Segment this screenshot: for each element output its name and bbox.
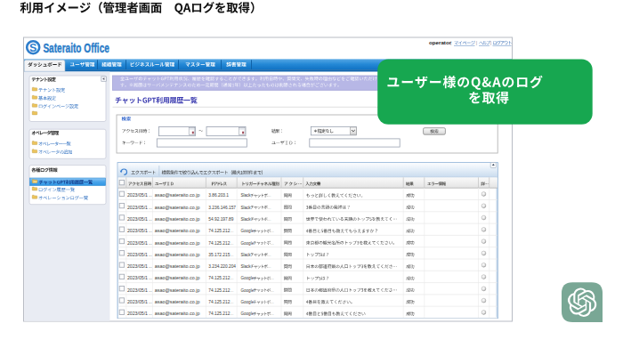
svg-text:74.125.212: 74.125.212 xyxy=(208,311,230,316)
svg-text:3.86.203.1: 3.86.203.1 xyxy=(208,193,229,198)
svg-text:74.125.212: 74.125.212 xyxy=(208,276,230,280)
svg-text:...: ... xyxy=(231,300,234,304)
svg-text:Slack: Slack xyxy=(240,264,251,269)
svg-text:74.125.212: 74.125.212 xyxy=(208,229,230,233)
svg-text:S: S xyxy=(29,42,36,54)
svg-text:Slack: Slack xyxy=(240,217,251,222)
svg-text:operator: operator xyxy=(429,39,452,45)
svg-text:|: | xyxy=(476,40,477,45)
svg-text:...: ... xyxy=(271,276,274,280)
svg-text:...: ... xyxy=(231,288,234,293)
svg-text:2023/05/1: 2023/05/1 xyxy=(127,241,148,246)
svg-text:...: ... xyxy=(149,217,152,222)
svg-text:74.125.212: 74.125.212 xyxy=(208,288,230,293)
svg-text:...: ... xyxy=(149,253,152,257)
svg-text:asao@sateraito.co.jp: asao@sateraito.co.jp xyxy=(155,205,200,210)
svg-text:asao@sateraito.co.jp: asao@sateraito.co.jp xyxy=(155,228,200,233)
svg-text:...: ... xyxy=(149,276,152,280)
svg-text:Slack: Slack xyxy=(240,206,251,210)
svg-text:|: | xyxy=(490,40,491,45)
svg-text:2023/05/1: 2023/05/1 xyxy=(127,229,148,233)
svg-text:Google: Google xyxy=(240,300,254,304)
svg-text:Slack: Slack xyxy=(240,193,251,198)
svg-text:asao@sateraito.co.jp: asao@sateraito.co.jp xyxy=(155,192,200,198)
svg-text:Google: Google xyxy=(240,276,254,280)
svg-text:...: ... xyxy=(231,253,234,257)
svg-text:2023/05/1: 2023/05/1 xyxy=(127,217,148,222)
svg-text:74.125.212: 74.125.212 xyxy=(208,241,230,246)
svg-text:3.236.146.157: 3.236.146.157 xyxy=(208,206,236,210)
svg-text:...: ... xyxy=(231,229,234,233)
svg-text:asao@sateraito.co.jp: asao@sateraito.co.jp xyxy=(155,252,200,257)
svg-text:...: ... xyxy=(149,264,152,269)
svg-text:asao@sateraito.co.jp: asao@sateraito.co.jp xyxy=(155,287,200,293)
svg-text:...: ... xyxy=(271,241,274,246)
svg-text:...: ... xyxy=(149,311,152,316)
svg-text:...: ... xyxy=(149,229,152,233)
svg-text:Google: Google xyxy=(240,311,254,316)
svg-text:Sateraito Office: Sateraito Office xyxy=(43,41,109,55)
svg-text:35.172.215: 35.172.215 xyxy=(208,253,230,257)
svg-text:...: ... xyxy=(149,206,152,210)
svg-text:2023/05/1: 2023/05/1 xyxy=(127,264,148,269)
svg-text:2023/05/1: 2023/05/1 xyxy=(127,276,148,280)
svg-text:...: ... xyxy=(268,193,271,198)
svg-text:|: | xyxy=(450,40,451,45)
svg-text:2023/05/1: 2023/05/1 xyxy=(127,300,148,304)
svg-text:Slack: Slack xyxy=(240,253,251,257)
svg-text:asao@sateraito.co.jp: asao@sateraito.co.jp xyxy=(155,311,200,316)
svg-text:...: ... xyxy=(271,300,274,304)
svg-text:2023/05/1: 2023/05/1 xyxy=(127,311,148,316)
svg-text:asao@sateraito.co.jp: asao@sateraito.co.jp xyxy=(155,299,200,304)
svg-text:2023/05/1: 2023/05/1 xyxy=(127,206,148,210)
svg-text:...: ... xyxy=(149,193,152,198)
svg-text:...: ... xyxy=(271,311,274,316)
svg-text:2023/05/1: 2023/05/1 xyxy=(127,253,148,257)
svg-text:Google: Google xyxy=(240,241,254,246)
svg-text:...: ... xyxy=(231,311,234,316)
svg-text:...: ... xyxy=(268,264,271,269)
svg-text:74.125.212: 74.125.212 xyxy=(208,300,230,304)
svg-text:...: ... xyxy=(271,288,274,293)
svg-text:2023/05/1: 2023/05/1 xyxy=(127,193,148,198)
svg-text:asao@sateraito.co.jp: asao@sateraito.co.jp xyxy=(155,216,200,222)
svg-text:...: ... xyxy=(231,276,234,280)
svg-text:2023/05/1: 2023/05/1 xyxy=(127,288,148,293)
svg-text:...: ... xyxy=(149,300,152,304)
svg-text:...: ... xyxy=(149,241,152,246)
svg-text:...: ... xyxy=(268,253,271,257)
svg-text:Google: Google xyxy=(240,288,254,293)
svg-text:3.234.220.204: 3.234.220.204 xyxy=(208,264,236,269)
svg-text:...: ... xyxy=(271,229,274,233)
svg-text:Google: Google xyxy=(240,229,254,233)
svg-text:asao@sateraito.co.jp: asao@sateraito.co.jp xyxy=(155,263,200,269)
svg-text:...: ... xyxy=(268,206,271,210)
svg-text:54.92.197.89: 54.92.197.89 xyxy=(208,217,233,222)
svg-text:...: ... xyxy=(231,241,234,246)
svg-text:asao@sateraito.co.jp: asao@sateraito.co.jp xyxy=(155,240,200,246)
svg-text:asao@sateraito.co.jp: asao@sateraito.co.jp xyxy=(155,275,200,280)
svg-text:...: ... xyxy=(149,288,152,293)
svg-text:...: ... xyxy=(268,217,271,222)
